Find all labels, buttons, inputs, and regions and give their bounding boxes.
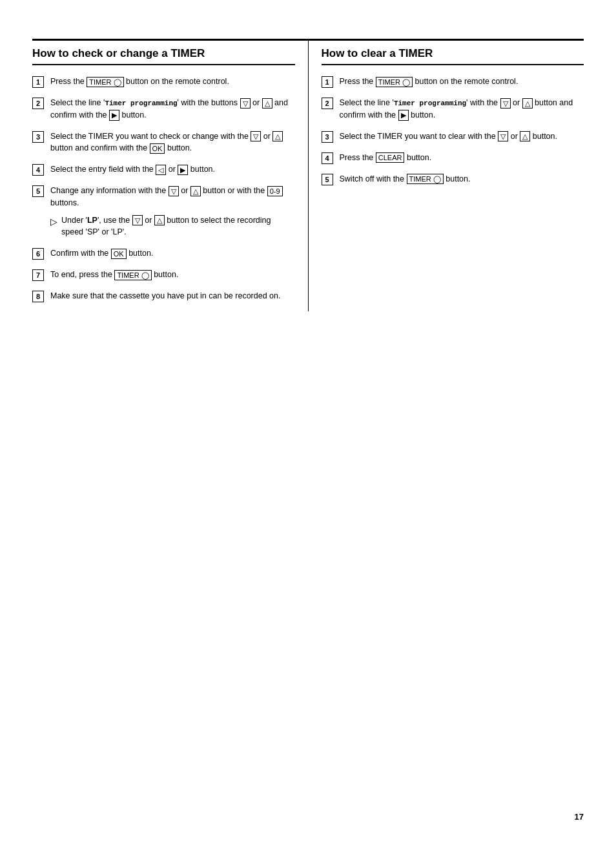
ok-btn: OK xyxy=(150,143,165,154)
step-number-r1: 1 xyxy=(322,76,333,88)
num-btn: 0-9 xyxy=(267,186,283,196)
step-5-content: Change any information with the ▽ or △ b… xyxy=(50,185,295,238)
step-number-6: 6 xyxy=(32,248,44,260)
step-number-r5: 5 xyxy=(322,174,333,185)
left-step-8: 8 Make sure that the cassette you have p… xyxy=(32,290,295,302)
ok-btn: OK xyxy=(111,249,127,259)
step-8-content: Make sure that the cassette you have put… xyxy=(50,290,295,302)
step-r3-content: Select the TIMER you want to clear with … xyxy=(340,130,584,143)
down-btn: ▽ xyxy=(500,98,511,109)
step-number-3: 3 xyxy=(32,131,44,143)
page-number: 17 xyxy=(575,812,584,822)
left-btn: ◁ xyxy=(156,165,166,175)
step-number-8: 8 xyxy=(32,291,44,302)
content-area: How to check or change a TIMER 1 Press t… xyxy=(32,41,584,311)
left-step-4: 4 Select the entry field with the ◁ or ▶… xyxy=(32,163,295,176)
step-r2-content: Select the line 'Timer programming' with… xyxy=(340,97,584,121)
up-btn: △ xyxy=(272,131,283,141)
step-number-7: 7 xyxy=(32,269,44,281)
up-btn: △ xyxy=(154,215,165,225)
step-1-content: Press the TIMER ◯ button on the remote c… xyxy=(50,76,295,88)
up-btn: △ xyxy=(522,98,533,109)
note-arrow-icon: ▷ xyxy=(50,215,57,229)
right-steps-list: 1 Press the TIMER ◯ button on the remote… xyxy=(322,76,584,185)
page-container: How to check or change a TIMER 1 Press t… xyxy=(0,0,616,841)
down-btn: ▽ xyxy=(240,98,251,109)
left-steps-list: 1 Press the TIMER ◯ button on the remote… xyxy=(32,76,295,302)
right-step-5: 5 Switch off with the TIMER ◯ button. xyxy=(322,173,584,185)
left-step-1: 1 Press the TIMER ◯ button on the remote… xyxy=(32,76,295,88)
timer-button-ref: TIMER ◯ xyxy=(407,174,444,184)
play-btn: ▶ xyxy=(398,110,409,120)
clear-btn: CLEAR xyxy=(376,152,405,163)
step-3-content: Select the TIMER you want to check or ch… xyxy=(50,130,295,155)
section-divider xyxy=(308,41,309,311)
step-number-r2: 2 xyxy=(322,98,333,109)
note-text: Under 'LP', use the ▽ or △ button to sel… xyxy=(61,214,295,239)
step-number-4: 4 xyxy=(32,164,44,176)
left-step-7: 7 To end, press the TIMER ◯ button. xyxy=(32,269,295,281)
up-btn: △ xyxy=(190,186,201,196)
step-r4-content: Press the CLEAR button. xyxy=(340,152,584,164)
timer-button-ref: TIMER ◯ xyxy=(376,77,413,87)
step-7-content: To end, press the TIMER ◯ button. xyxy=(50,269,295,281)
left-section: How to check or change a TIMER 1 Press t… xyxy=(32,41,295,311)
down-btn: ▽ xyxy=(498,131,508,141)
right-section: How to clear a TIMER 1 Press the TIMER ◯… xyxy=(322,41,584,311)
step-number-5: 5 xyxy=(32,185,44,197)
left-section-title: How to check or change a TIMER xyxy=(32,47,295,65)
up-btn: △ xyxy=(262,98,272,109)
down-btn: ▽ xyxy=(169,186,179,196)
timer-button-ref: TIMER ◯ xyxy=(87,77,123,87)
step-number-1: 1 xyxy=(32,76,44,88)
step-number-r4: 4 xyxy=(322,152,333,164)
left-step-3: 3 Select the TIMER you want to check or … xyxy=(32,130,295,155)
timer-prog-text: Timer programming xyxy=(105,99,177,107)
right-step-4: 4 Press the CLEAR button. xyxy=(322,152,584,164)
step-r1-content: Press the TIMER ◯ button on the remote c… xyxy=(340,76,584,88)
up-btn: △ xyxy=(520,131,530,141)
right-step-3: 3 Select the TIMER you want to clear wit… xyxy=(322,130,584,143)
note-block: ▷ Under 'LP', use the ▽ or △ button to s… xyxy=(50,214,295,239)
step-2-content: Select the line 'Timer programming' with… xyxy=(50,97,295,121)
play-btn: ▶ xyxy=(109,110,119,120)
left-step-5: 5 Change any information with the ▽ or △… xyxy=(32,185,295,238)
left-step-6: 6 Confirm with the OK button. xyxy=(32,247,295,260)
down-btn: ▽ xyxy=(251,131,261,141)
right-step-1: 1 Press the TIMER ◯ button on the remote… xyxy=(322,76,584,88)
right-section-title: How to clear a TIMER xyxy=(322,47,584,65)
left-step-2: 2 Select the line 'Timer programming' wi… xyxy=(32,97,295,121)
right-step-2: 2 Select the line 'Timer programming' wi… xyxy=(322,97,584,121)
step-number-2: 2 xyxy=(32,98,44,109)
step-r5-content: Switch off with the TIMER ◯ button. xyxy=(340,173,584,185)
timer-button-ref: TIMER ◯ xyxy=(114,270,151,280)
timer-prog-text: Timer programming xyxy=(394,99,466,107)
step-4-content: Select the entry field with the ◁ or ▶ b… xyxy=(50,163,295,176)
step-number-r3: 3 xyxy=(322,131,333,143)
down-btn: ▽ xyxy=(132,215,143,225)
step-6-content: Confirm with the OK button. xyxy=(50,247,295,260)
right-btn: ▶ xyxy=(178,165,188,175)
